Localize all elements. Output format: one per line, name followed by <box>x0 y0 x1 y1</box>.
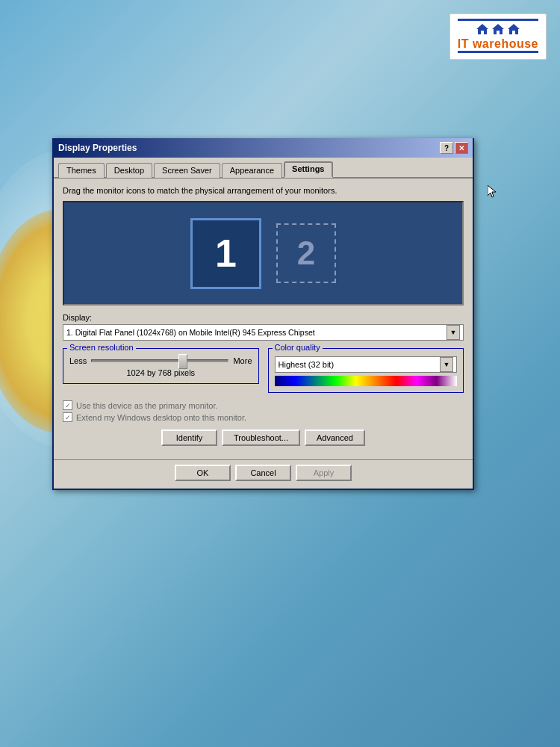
action-buttons: Identify Troubleshoot... Advanced <box>63 430 464 446</box>
color-preview-bar <box>275 376 458 386</box>
logo-line-top <box>458 19 538 21</box>
ok-button[interactable]: OK <box>175 465 231 481</box>
logo-line-bottom <box>458 51 538 53</box>
primary-monitor-checkbox-row: ✓ Use this device as the primary monitor… <box>63 400 464 410</box>
title-bar-buttons: ? ✕ <box>440 142 468 154</box>
primary-monitor-label: Use this device as the primary monitor. <box>76 401 218 410</box>
tabs-row: Themes Desktop Screen Saver Appearance S… <box>54 158 473 177</box>
apply-button[interactable]: Apply <box>296 465 352 481</box>
resolution-slider-thumb[interactable] <box>178 354 187 369</box>
help-button[interactable]: ? <box>440 142 453 154</box>
resolution-value: 1024 by 768 pixels <box>69 368 252 377</box>
house-icon-3 <box>507 22 520 36</box>
logo-icons <box>476 22 520 36</box>
mouse-cursor <box>488 185 497 199</box>
extend-desktop-checkbox[interactable]: ✓ <box>63 412 72 422</box>
display-properties-dialog: Display Properties ? ✕ Themes Desktop Sc… <box>52 138 474 490</box>
more-label: More <box>233 356 252 365</box>
tab-desktop[interactable]: Desktop <box>106 163 152 178</box>
logo-box: IT warehouse <box>449 13 547 60</box>
dialog-footer: OK Cancel Apply <box>54 459 473 489</box>
two-column-section: Screen resolution Less More 1024 by 768 … <box>63 348 464 393</box>
advanced-button[interactable]: Advanced <box>305 430 365 446</box>
close-button[interactable]: ✕ <box>455 142 468 154</box>
color-quality-label: Color quality <box>273 343 323 352</box>
screen-resolution-label: Screen resolution <box>67 343 136 352</box>
dialog-title: Display Properties <box>58 143 137 153</box>
color-quality-section: Color quality Highest (32 bit) ▼ <box>268 348 464 393</box>
display-dropdown-arrow: ▼ <box>447 325 460 340</box>
color-quality-arrow: ▼ <box>440 357 453 372</box>
resolution-slider-track[interactable] <box>91 359 228 362</box>
screen-resolution-section: Screen resolution Less More 1024 by 768 … <box>63 348 259 393</box>
title-bar: Display Properties ? ✕ <box>54 138 473 158</box>
tab-screensaver[interactable]: Screen Saver <box>154 163 220 178</box>
troubleshoot-button[interactable]: Troubleshoot... <box>222 430 300 446</box>
extend-desktop-label: Extend my Windows desktop onto this moni… <box>76 413 246 422</box>
svg-marker-2 <box>508 24 520 34</box>
resolution-slider-row: Less More <box>69 356 252 365</box>
logo-text: IT warehouse <box>458 37 538 51</box>
display-label: Display: <box>63 313 464 322</box>
display-dropdown[interactable]: 1. Digital Flat Panel (1024x768) on Mobi… <box>63 324 464 341</box>
svg-marker-3 <box>488 185 496 197</box>
cancel-button[interactable]: Cancel <box>235 465 291 481</box>
tab-settings[interactable]: Settings <box>284 161 332 178</box>
tab-appearance[interactable]: Appearance <box>222 163 282 178</box>
instruction-text: Drag the monitor icons to match the phys… <box>63 186 464 195</box>
extend-desktop-checkbox-row: ✓ Extend my Windows desktop onto this mo… <box>63 412 464 422</box>
house-icon-1 <box>476 22 489 36</box>
house-icon-2 <box>491 22 505 36</box>
monitor-1[interactable]: 1 <box>190 218 261 289</box>
svg-marker-0 <box>476 24 488 34</box>
dialog-body: Drag the monitor icons to match the phys… <box>54 177 473 459</box>
color-quality-dropdown[interactable]: Highest (32 bit) ▼ <box>275 356 458 373</box>
monitor-preview-area: 1 2 <box>63 201 464 306</box>
primary-monitor-checkbox[interactable]: ✓ <box>63 400 72 410</box>
svg-marker-1 <box>492 24 504 34</box>
monitor-2[interactable]: 2 <box>276 223 336 283</box>
less-label: Less <box>69 356 87 365</box>
identify-button[interactable]: Identify <box>161 430 217 446</box>
tab-themes[interactable]: Themes <box>58 163 105 178</box>
